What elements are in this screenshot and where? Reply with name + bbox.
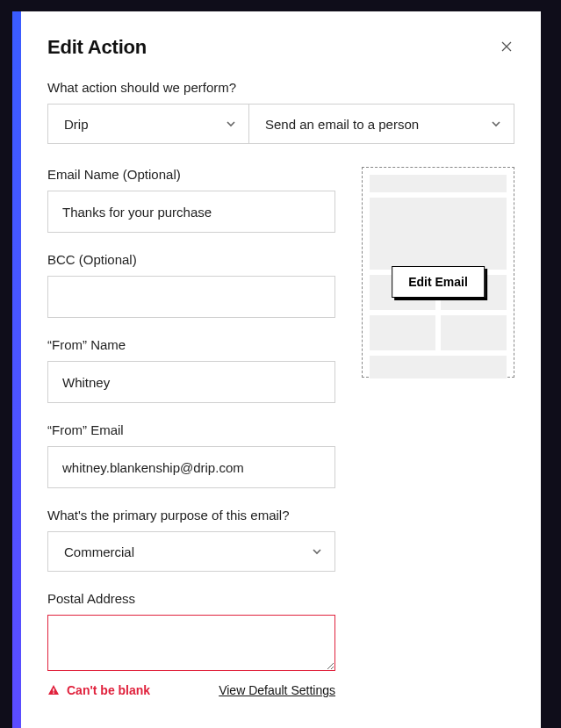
provider-select[interactable]: Drip <box>47 104 248 144</box>
view-default-settings-link[interactable]: View Default Settings <box>219 683 335 697</box>
bcc-label: BCC (Optional) <box>47 252 335 267</box>
purpose-select-value: Commercial <box>64 544 134 559</box>
email-name-input[interactable] <box>47 191 335 233</box>
svg-rect-0 <box>53 688 54 692</box>
close-button[interactable] <box>499 40 514 55</box>
page-title: Edit Action <box>47 36 147 59</box>
postal-footer-row: Can't be blank View Default Settings <box>47 683 335 697</box>
preview-placeholder-block <box>370 198 507 270</box>
from-email-label: “From” Email <box>47 422 335 437</box>
postal-error-text: Can't be blank <box>67 683 150 697</box>
email-name-group: Email Name (Optional) <box>47 167 335 233</box>
purpose-select[interactable]: Commercial <box>47 531 335 572</box>
form-left-column: Email Name (Optional) BCC (Optional) “Fr… <box>47 167 335 697</box>
preview-placeholder-block <box>370 315 435 350</box>
postal-group: Postal Address Can't be blank View Defau… <box>47 591 335 697</box>
purpose-group: What's the primary purpose of this email… <box>47 508 335 572</box>
postal-error: Can't be blank <box>47 683 150 697</box>
bcc-group: BCC (Optional) <box>47 252 335 318</box>
warning-icon <box>47 684 60 696</box>
close-icon <box>501 40 512 55</box>
from-email-input[interactable] <box>47 446 335 488</box>
purpose-label: What's the primary purpose of this email… <box>47 508 335 523</box>
app-sidebar-stripe <box>12 11 21 728</box>
provider-select-value: Drip <box>64 117 89 132</box>
bcc-input[interactable] <box>47 276 335 318</box>
email-preview: Edit Email <box>362 167 514 378</box>
chevron-down-icon <box>226 119 236 129</box>
postal-textarea[interactable] <box>47 615 335 671</box>
from-name-input[interactable] <box>47 361 335 403</box>
preview-placeholder-block <box>370 175 507 192</box>
from-name-label: “From” Name <box>47 337 335 352</box>
action-type-select[interactable]: Send an email to a person <box>248 104 514 144</box>
form-columns: Email Name (Optional) BCC (Optional) “Fr… <box>47 167 514 697</box>
chevron-down-icon <box>491 119 501 129</box>
from-name-group: “From” Name <box>47 337 335 403</box>
action-prompt-label: What action should we perform? <box>47 80 514 95</box>
email-name-label: Email Name (Optional) <box>47 167 335 182</box>
postal-label: Postal Address <box>47 591 335 606</box>
from-email-group: “From” Email <box>47 422 335 488</box>
preview-placeholder-block <box>441 315 507 350</box>
edit-email-button[interactable]: Edit Email <box>392 266 485 298</box>
action-select-row: Drip Send an email to a person <box>47 104 514 144</box>
preview-placeholder-row <box>370 315 507 350</box>
chevron-down-icon <box>312 546 322 557</box>
preview-placeholder-block <box>370 356 507 378</box>
panel-header: Edit Action <box>47 36 514 59</box>
form-right-column: Edit Email <box>362 167 514 697</box>
action-type-select-value: Send an email to a person <box>265 117 419 132</box>
edit-action-panel: Edit Action What action should we perfor… <box>21 11 541 728</box>
svg-rect-1 <box>53 692 54 693</box>
